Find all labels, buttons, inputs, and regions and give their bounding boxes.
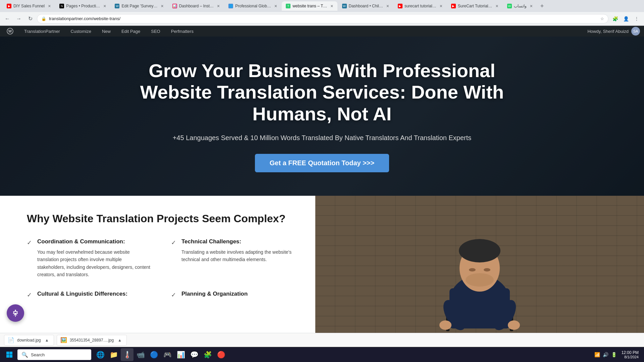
download-filename-1: download.jpg — [17, 338, 41, 343]
taskbar-sound-icon[interactable]: 🔊 — [602, 351, 609, 358]
svg-point-10 — [484, 268, 490, 272]
wp-perfmatters[interactable]: Perfmatters — [168, 26, 196, 37]
taskbar-network-icon[interactable]: 📶 — [594, 351, 601, 358]
wp-new-label: New — [102, 29, 111, 34]
svg-point-16 — [15, 310, 16, 311]
download-filename-2: 355431354_28897….jpg — [70, 338, 114, 343]
taskbar-system-icons: 📶 🔊 🔋 — [591, 351, 620, 358]
hero-subtitle: +45 Languages Served & 10 Million Words … — [134, 134, 510, 142]
start-button[interactable] — [3, 348, 16, 361]
wp-logo-item[interactable]: W — [4, 26, 16, 37]
taskbar-icon-game[interactable]: 🎮 — [161, 348, 174, 361]
tab-favicon-wa: W — [507, 4, 512, 8]
taskbar-icon-video[interactable]: 📹 — [134, 348, 147, 361]
tab-close-child[interactable]: × — [386, 3, 389, 9]
taskbar-icon-chat[interactable]: 💬 — [188, 348, 201, 361]
tab-label-yt-1: DIY Sales Funnel — [13, 4, 45, 8]
taskbar-icon-excel[interactable]: 📊 — [174, 348, 187, 361]
wp-site-name[interactable]: TranslationPartner — [21, 26, 62, 37]
forward-button[interactable]: → — [14, 14, 23, 23]
tab-insta[interactable]: 📊 Dashboard – Inst… × — [168, 1, 224, 11]
download-arrow-1[interactable]: ▲ — [44, 338, 50, 343]
new-tab-button[interactable]: + — [537, 1, 547, 11]
taskbar-clock[interactable]: 12:00 PM 8/1/2024 — [622, 350, 639, 359]
tab-label-yt-2: surecart tutorial… — [405, 4, 436, 8]
tab-survey[interactable]: W Edit Page 'Survey… × — [111, 1, 167, 11]
tab-yt-2[interactable]: ▶ surecart tutorial… × — [394, 1, 446, 11]
person-svg — [416, 201, 543, 342]
wp-perfmatters-label: Perfmatters — [171, 29, 194, 34]
extensions-icon[interactable]: 🧩 — [610, 14, 620, 23]
taskbar-icon-ext[interactable]: 🧩 — [201, 348, 214, 361]
wp-admin-bar: W TranslationPartner Customize New Edit … — [0, 26, 644, 37]
taskbar-search-box[interactable]: 🔍 Search — [17, 349, 91, 360]
feature-item-1: ✓ Coordination & Communication: You may … — [27, 238, 151, 279]
tab-close-insta[interactable]: × — [217, 3, 220, 9]
svg-point-14 — [439, 320, 451, 330]
download-file-icon-1: 📄 — [8, 337, 14, 343]
taskbar-icon-red[interactable]: 🔴 — [215, 348, 227, 361]
wp-new[interactable]: New — [99, 26, 113, 37]
back-button[interactable]: ← — [3, 14, 12, 23]
tab-child[interactable]: W Dashboard • Chil… × — [338, 1, 393, 11]
address-bar[interactable]: 🔒 translationpartner.com/website-trans/ … — [37, 14, 608, 23]
taskbar-icon-files[interactable]: 📁 — [107, 348, 120, 361]
taskbar-search-text: Search — [31, 352, 45, 357]
tab-close-notion[interactable]: × — [103, 3, 106, 9]
tab-wa[interactable]: W واتساب × — [503, 1, 537, 11]
feature-body-3: Cultural & Linguistic Differences: — [37, 291, 127, 301]
download-arrow-2[interactable]: ▲ — [116, 338, 123, 343]
profile-icon[interactable]: 👤 — [621, 14, 631, 23]
wp-site-label: TranslationPartner — [24, 29, 60, 34]
tab-close-glob[interactable]: × — [274, 3, 277, 9]
tab-close-survey[interactable]: × — [161, 3, 163, 9]
star-icon[interactable]: ☆ — [600, 16, 604, 21]
checkmark-icon-3: ✓ — [27, 291, 32, 301]
tab-close-wa[interactable]: × — [530, 3, 533, 9]
wp-seo-label: SEO — [151, 29, 160, 34]
tab-notion[interactable]: N Pages • Producti… × — [55, 1, 110, 11]
tab-close-yt-1[interactable]: × — [48, 3, 51, 9]
download-bar: 📄 download.jpg ▲ 🖼️ 355431354_28897….jpg… — [0, 333, 644, 347]
tab-label-yt-3: SureCart Tutorial… — [458, 4, 492, 8]
checkmark-icon-1: ✓ — [27, 239, 32, 279]
wp-edit-page[interactable]: Edit Page — [119, 26, 143, 37]
feature-title-2: Technical Challenges: — [181, 238, 295, 245]
wp-customize[interactable]: Customize — [68, 26, 94, 37]
wp-avatar[interactable]: SA — [631, 27, 640, 36]
tab-close-yt-2[interactable]: × — [440, 3, 442, 9]
section-title: Why Website Translation Projects Seem Co… — [27, 213, 295, 225]
taskbar-icon-browser[interactable]: 🌐 — [94, 348, 107, 361]
settings-icon[interactable]: ⋮ — [632, 14, 641, 23]
taskbar-icon-blue[interactable]: 🔵 — [148, 348, 160, 361]
tab-yt-3[interactable]: ▶ SureCart Tutorial… × — [447, 1, 502, 11]
tab-close-trans[interactable]: × — [330, 3, 333, 9]
taskbar-time: 12:00 PM — [622, 350, 639, 355]
download-file-icon-2: 🖼️ — [60, 337, 67, 343]
tab-yt-1[interactable]: ▶ DIY Sales Funnel × — [3, 1, 55, 11]
svg-rect-18 — [10, 352, 13, 355]
svg-rect-17 — [6, 352, 9, 355]
svg-point-15 — [508, 320, 520, 330]
tab-trans[interactable]: T website trans – T… × — [282, 1, 337, 11]
windows-logo-icon — [6, 351, 13, 358]
floating-accessibility-button[interactable] — [7, 304, 24, 322]
tab-close-yt-3[interactable]: × — [496, 3, 498, 9]
video-overlay — [315, 196, 644, 347]
tab-label-child: Dashboard • Chil… — [349, 4, 383, 8]
svg-rect-20 — [10, 355, 13, 358]
taskbar-icon-temp[interactable]: 🌡️ — [121, 348, 133, 361]
hero-section: Grow Your Business With Professional Web… — [0, 37, 644, 196]
search-icon: 🔍 — [21, 352, 28, 358]
feature-title-4: Planning & Organization — [181, 291, 248, 297]
taskbar: 🔍 Search 🌐 📁 🌡️ 📹 🔵 🎮 📊 💬 🧩 🔴 📶 🔊 🔋 12:0… — [0, 347, 644, 362]
hero-cta-button[interactable]: Get a FREE Quotation Today >>> — [255, 154, 389, 172]
address-text: translationpartner.com/website-trans/ — [49, 16, 598, 21]
refresh-button[interactable]: ↻ — [25, 14, 35, 23]
taskbar-battery-icon[interactable]: 🔋 — [610, 351, 618, 358]
feature-item-2: ✓ Technical Challenges: Translating a we… — [171, 238, 295, 279]
nav-bar: ← → ↻ 🔒 translationpartner.com/website-t… — [0, 12, 644, 25]
tab-glob[interactable]: 🌐 Professional Glob… × — [224, 1, 281, 11]
wp-seo[interactable]: SEO — [148, 26, 163, 37]
taskbar-date: 8/1/2024 — [624, 355, 639, 359]
